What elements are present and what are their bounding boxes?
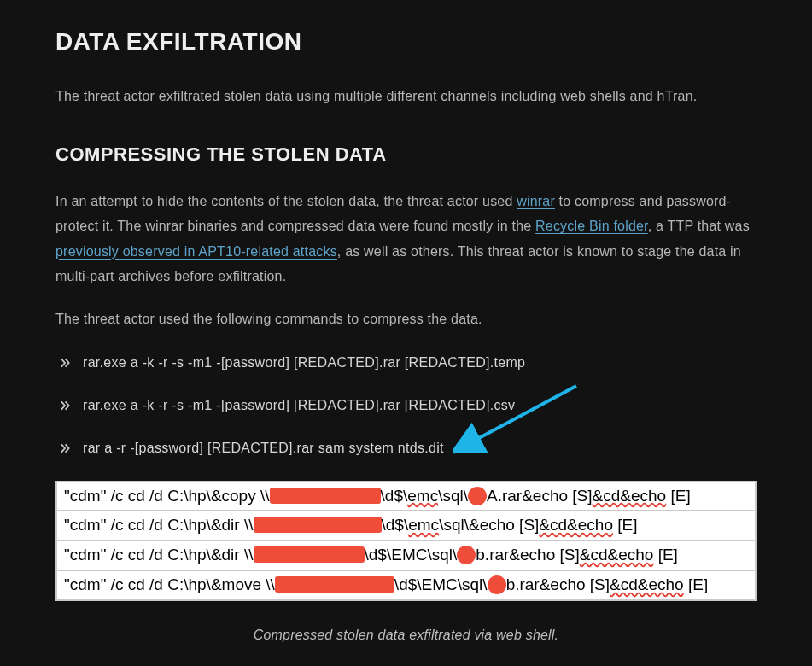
command-text: rar a -r -[password] [REDACTED].rar sam … — [83, 438, 444, 459]
chevron-icon — [59, 357, 71, 369]
screenshot-row: "cdm" /c cd /d C:\hp\&dir \\\d$\EMC\sql\… — [57, 541, 755, 571]
screenshot-row: "cdm" /c cd /d C:\hp\&move \\\d$\EMC\sql… — [57, 571, 755, 599]
subsection-heading: COMPRESSING THE STOLEN DATA — [55, 140, 757, 168]
spellcheck-text: &cd&echo — [593, 487, 667, 505]
code-text: A.rar&echo [S] — [487, 487, 593, 505]
redaction-bar — [254, 546, 365, 563]
list-item: rar.exe a -k -r -s -m1 -[password] [REDA… — [59, 395, 757, 416]
section-heading: DATA EXFILTRATION — [55, 24, 757, 60]
figure-caption: Compressed stolen data exfiltrated via w… — [55, 625, 757, 646]
command-text: rar.exe a -k -r -s -m1 -[password] [REDA… — [83, 353, 525, 373]
code-text: "cdm" /c cd /d C:\hp\&dir \\ — [64, 516, 254, 534]
code-text: [E] — [653, 546, 678, 564]
code-text: \d$\EMC\sql\ — [365, 546, 458, 564]
paragraph-commands-intro: The threat actor used the following comm… — [55, 307, 757, 332]
code-text: \d$\ — [381, 487, 408, 505]
redaction-bar — [254, 517, 382, 533]
command-list: rar.exe a -k -r -s -m1 -[password] [REDA… — [55, 353, 757, 459]
code-text: \sql\ — [438, 487, 468, 505]
redaction-dot — [457, 546, 476, 564]
code-text: "cdm" /c cd /d C:\hp\&dir \\ — [64, 546, 254, 564]
code-text: b.rar&echo [S] — [476, 546, 579, 564]
code-text: [E] — [666, 487, 691, 505]
code-text: \sql\&echo [S] — [439, 516, 539, 534]
screenshot-row: "cdm" /c cd /d C:\hp\&copy \\\d$\emc\sql… — [57, 482, 755, 512]
spellcheck-text: &cd&echo — [610, 575, 684, 593]
spellcheck-text: &cd&echo — [580, 546, 654, 564]
code-text: "cdm" /c cd /d C:\hp\&copy \\ — [64, 487, 270, 505]
spellcheck-text: emc — [408, 516, 439, 534]
paragraph-compress: In an attempt to hide the contents of th… — [55, 189, 757, 289]
redaction-bar — [275, 576, 394, 593]
link-apt10[interactable]: previously observed in APT10-related att… — [55, 244, 337, 259]
code-text: \d$\EMC\sql\ — [394, 575, 488, 593]
text: In an attempt to hide the contents of th… — [55, 194, 517, 208]
text: , a TTP that was — [648, 219, 750, 233]
screenshot-box: "cdm" /c cd /d C:\hp\&copy \\\d$\emc\sql… — [55, 481, 757, 601]
screenshot-row: "cdm" /c cd /d C:\hp\&dir \\\d$\emc\sql\… — [57, 511, 755, 541]
code-text: b.rar&echo [S] — [506, 575, 610, 593]
link-recycle-bin[interactable]: Recycle Bin folder — [535, 219, 648, 233]
chevron-icon — [59, 442, 71, 454]
list-item: rar a -r -[password] [REDACTED].rar sam … — [59, 438, 757, 459]
redaction-dot — [488, 575, 506, 594]
code-text: \d$\ — [382, 516, 409, 534]
spellcheck-text: &cd&echo — [539, 516, 613, 534]
code-text: [E] — [684, 575, 709, 593]
code-text: [E] — [613, 516, 638, 534]
screenshot-figure: "cdm" /c cd /d C:\hp\&copy \\\d$\emc\sql… — [55, 481, 757, 646]
command-text: rar.exe a -k -r -s -m1 -[password] [REDA… — [83, 395, 515, 416]
redaction-dot — [468, 487, 487, 505]
redaction-bar — [270, 488, 381, 504]
list-item: rar.exe a -k -r -s -m1 -[password] [REDA… — [59, 353, 757, 373]
chevron-icon — [59, 400, 71, 412]
link-winrar[interactable]: winrar — [517, 194, 555, 208]
code-text: "cdm" /c cd /d C:\hp\&move \\ — [64, 575, 275, 593]
spellcheck-text: emc — [407, 487, 438, 505]
intro-paragraph: The threat actor exfiltrated stolen data… — [55, 84, 757, 109]
